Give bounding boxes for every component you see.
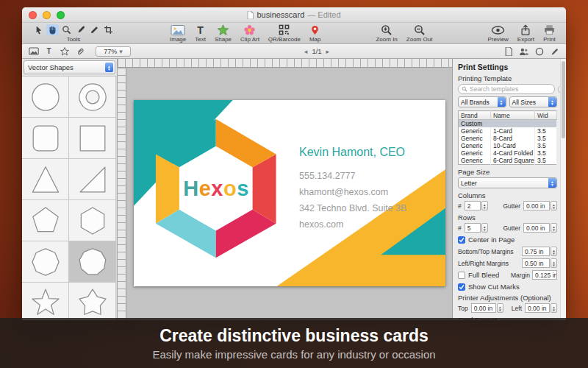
zoom-in-button[interactable]: Zoom In bbox=[376, 24, 397, 43]
image-button[interactable]: Image bbox=[170, 24, 186, 43]
map-label: Map bbox=[309, 36, 321, 43]
template-row[interactable]: Generic8-Card3.5 bbox=[459, 135, 557, 142]
map-button[interactable]: Map bbox=[309, 24, 321, 43]
rows-gutter-value: 0.00 in bbox=[523, 223, 550, 233]
bleed-margin-field[interactable]: Margin 0.125 in bbox=[511, 270, 557, 280]
insert-text-icon[interactable]: T bbox=[43, 46, 54, 57]
shape-rounded-square[interactable] bbox=[22, 118, 69, 159]
column-header-name[interactable]: Name bbox=[491, 111, 535, 120]
shape-button[interactable]: Shape bbox=[215, 24, 232, 43]
shape-octagon[interactable] bbox=[22, 241, 69, 283]
search-input[interactable] bbox=[470, 85, 551, 93]
qr-barcode-button[interactable]: QR/Barcode bbox=[268, 24, 301, 43]
next-page-button[interactable]: ▸ bbox=[326, 48, 330, 55]
page-size-select[interactable]: Letter ▴▾ bbox=[458, 177, 557, 188]
columns-count-field[interactable]: 2 ▴▾ bbox=[465, 201, 488, 210]
shape-pentagon[interactable] bbox=[22, 200, 69, 241]
checkbox-icon[interactable] bbox=[458, 272, 465, 279]
columns-gutter-label: Gutter bbox=[503, 202, 520, 210]
page-setup-icon[interactable] bbox=[503, 46, 514, 57]
shape-star-5[interactable] bbox=[22, 283, 69, 320]
hand-icon bbox=[48, 25, 57, 35]
show-cut-marks-label: Show Cut Marks bbox=[468, 283, 520, 291]
pencil-tool-button[interactable] bbox=[88, 24, 101, 35]
card-contact-block[interactable]: 555.134.2777 khamont@hexos.com 342 Techn… bbox=[299, 168, 406, 233]
template-search-field[interactable] bbox=[458, 84, 555, 94]
stepper-control[interactable]: ▴▾ bbox=[551, 247, 557, 256]
close-button[interactable] bbox=[29, 11, 37, 19]
shape-square[interactable] bbox=[69, 118, 116, 159]
title-bar[interactable]: businesscard — Edited bbox=[22, 7, 566, 23]
stepper-control[interactable]: ▴▾ bbox=[551, 258, 557, 268]
zoom-level-select[interactable]: 77% ▾ bbox=[96, 46, 131, 57]
zoom-out-button[interactable]: Zoom Out bbox=[406, 24, 433, 43]
hand-tool-button[interactable] bbox=[46, 24, 59, 35]
design-canvas[interactable]: Hexos Kevin Hamont, CEO 555.134.2777 kha… bbox=[126, 68, 452, 320]
shape-right-triangle[interactable] bbox=[69, 159, 116, 200]
template-row[interactable]: Generic4-Card Folded3.5 bbox=[459, 149, 557, 157]
template-row[interactable]: Generic6-Card Square3.5 bbox=[459, 157, 557, 165]
shape-hexagon[interactable] bbox=[69, 200, 116, 241]
stepper-control[interactable]: ▴▾ bbox=[551, 201, 557, 210]
colors-icon[interactable] bbox=[534, 46, 545, 57]
shape-ring[interactable] bbox=[69, 77, 116, 118]
stepper-control[interactable]: ▴▾ bbox=[497, 303, 503, 313]
shape-star-5-wide[interactable] bbox=[69, 283, 116, 320]
template-row[interactable]: Generic1-Card3.5 bbox=[459, 127, 557, 135]
left-right-margins-label: Left/Right Margins bbox=[458, 260, 509, 267]
business-card[interactable]: Hexos Kevin Hamont, CEO 555.134.2777 kha… bbox=[134, 100, 445, 286]
stepper-control[interactable]: ▴▾ bbox=[551, 223, 557, 233]
stepper-control[interactable]: ▴▾ bbox=[481, 201, 488, 210]
center-in-page-checkbox[interactable]: Center in Page bbox=[458, 236, 557, 244]
adjust-left-field[interactable]: 0.00 in ▴▾ bbox=[525, 303, 557, 313]
clip-art-button[interactable]: Clip Art bbox=[240, 24, 259, 43]
shapes-category-select[interactable]: Vector Shapes ▴▾ bbox=[24, 60, 115, 74]
stepper-control[interactable]: ▴▾ bbox=[551, 303, 557, 313]
prev-page-button[interactable]: ◂ bbox=[304, 48, 308, 55]
minimize-button[interactable] bbox=[43, 11, 51, 19]
scrollbar-thumb[interactable] bbox=[562, 61, 565, 138]
rows-count-field[interactable]: 5 ▴▾ bbox=[465, 223, 488, 233]
shape-triangle[interactable] bbox=[22, 159, 69, 200]
rows-gutter-field[interactable]: 0.00 in ▴▾ bbox=[523, 223, 557, 233]
bottom-top-margins-field[interactable]: 0.75 in ▴▾ bbox=[522, 247, 557, 256]
show-cut-marks-checkbox[interactable]: Show Cut Marks bbox=[458, 283, 557, 291]
template-row[interactable]: Generic10-Card3.5 bbox=[459, 142, 557, 149]
attachment-icon[interactable] bbox=[74, 46, 85, 57]
card-name-text[interactable]: Kevin Hamont, CEO bbox=[299, 146, 405, 159]
shape-nonagon[interactable] bbox=[69, 241, 116, 283]
template-group-row[interactable]: Custom bbox=[459, 120, 557, 128]
insert-shape-icon[interactable] bbox=[59, 46, 70, 57]
logo-letter: x bbox=[211, 177, 223, 200]
column-header-width[interactable]: Wid bbox=[535, 111, 557, 120]
zoom-level-value: 77% bbox=[104, 48, 117, 55]
banner-subtitle: Easily make impressive cards for any ind… bbox=[152, 348, 435, 361]
shape-circle[interactable] bbox=[22, 77, 69, 118]
size-filter-select[interactable]: All Sizes ▴▾ bbox=[509, 96, 558, 107]
contacts-icon[interactable] bbox=[518, 46, 529, 57]
logo-text[interactable]: Hexos bbox=[183, 177, 249, 201]
crop-tool-button[interactable] bbox=[102, 24, 115, 35]
stepper-control[interactable]: ▴▾ bbox=[481, 223, 488, 233]
settings-scrollbar[interactable] bbox=[560, 59, 566, 320]
text-button[interactable]: T Text bbox=[195, 24, 206, 43]
print-button[interactable]: Print bbox=[543, 24, 556, 43]
full-bleed-checkbox[interactable]: Full Bleed bbox=[458, 271, 499, 279]
zoom-tool-button[interactable] bbox=[60, 24, 73, 35]
zoom-window-button[interactable] bbox=[57, 11, 65, 19]
checkbox-icon[interactable] bbox=[458, 236, 465, 244]
eyedropper-tool-button[interactable] bbox=[74, 24, 87, 35]
adjust-top-field[interactable]: 0.00 in ▴▾ bbox=[471, 303, 503, 313]
export-label: Export bbox=[517, 36, 534, 43]
column-header-brand[interactable]: Brand bbox=[459, 111, 491, 120]
columns-gutter-field[interactable]: 0.00 in ▴▾ bbox=[523, 201, 557, 210]
export-button[interactable]: Export bbox=[517, 24, 534, 43]
edit-pencil-icon[interactable] bbox=[549, 46, 560, 57]
select-tool-button[interactable] bbox=[32, 24, 45, 35]
preview-button[interactable]: Preview bbox=[487, 24, 508, 43]
template-cell: 6-Card Square bbox=[491, 157, 535, 165]
brand-filter-select[interactable]: All Brands ▴▾ bbox=[458, 96, 506, 107]
left-right-margins-field[interactable]: 0.50 in ▴▾ bbox=[522, 258, 557, 268]
checkbox-icon[interactable] bbox=[458, 283, 465, 291]
insert-image-icon[interactable] bbox=[28, 46, 39, 57]
